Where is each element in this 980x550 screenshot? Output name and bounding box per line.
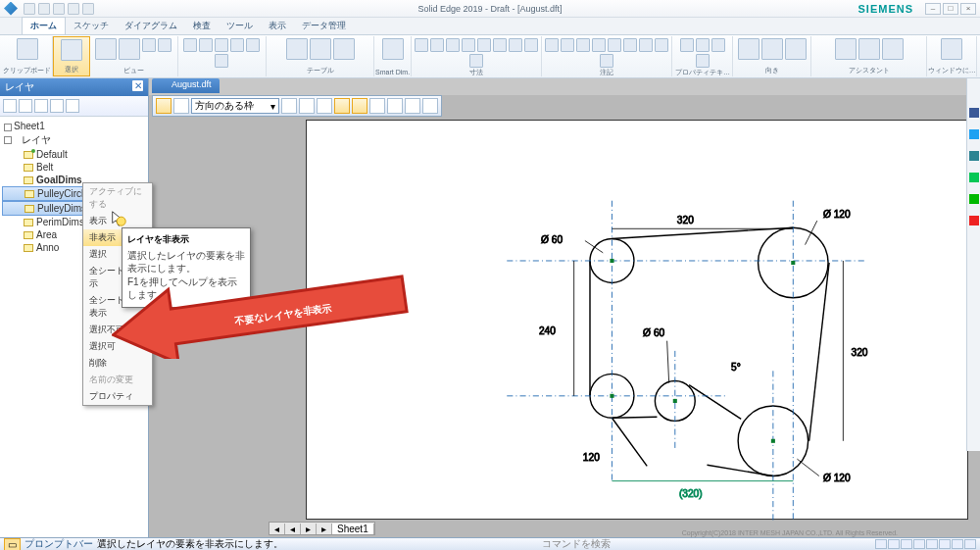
status-prompt-icon: ▭ [4, 538, 21, 551]
tooltip-title: レイヤを非表示 [127, 233, 245, 246]
svg-text:320: 320 [677, 215, 694, 225]
primary-icon[interactable] [142, 38, 156, 52]
parts-list-icon[interactable] [286, 38, 308, 60]
menu-properties[interactable]: プロパティ [83, 388, 152, 405]
svg-text:5°: 5° [731, 362, 741, 373]
qat-button[interactable] [53, 3, 65, 15]
mouse-cursor-icon [110, 210, 127, 227]
tab-diagram[interactable]: ダイアグラム [117, 18, 185, 34]
ribbon-group-clipboard: クリップボード [3, 36, 53, 76]
fit-icon[interactable] [785, 38, 807, 60]
select-tool-icon[interactable] [156, 98, 172, 114]
facebook-icon[interactable] [969, 108, 979, 118]
detail-icon[interactable] [158, 38, 172, 52]
cut-icon[interactable] [215, 54, 228, 68]
qat-button[interactable] [68, 3, 79, 15]
document-tab[interactable]: August.dft [152, 78, 220, 93]
layer-icon [24, 164, 33, 172]
tab-inspect[interactable]: 検査 [185, 18, 219, 34]
svg-text:120: 120 [583, 452, 600, 463]
qat-button[interactable] [24, 3, 35, 15]
layer-item: Default [2, 148, 146, 161]
quick-access-toolbar [24, 3, 94, 15]
svg-point-36 [117, 217, 125, 225]
bsec-icon[interactable] [230, 38, 244, 52]
panel-title-bar: レイヤ✕ [0, 78, 148, 96]
maximize-button[interactable]: □ [943, 3, 958, 15]
sheet-nav-prev[interactable]: ◂ [285, 524, 301, 534]
zoom-area-icon[interactable] [738, 38, 760, 60]
sheet-nav-first[interactable]: ◂ [270, 524, 285, 534]
command-toolbar: 方向のある枠▾ [152, 95, 442, 117]
layer-icon [24, 244, 33, 252]
sheet-nav-next[interactable]: ▸ [301, 524, 317, 534]
minimize-button[interactable]: – [925, 3, 941, 15]
tab-view[interactable]: 表示 [261, 18, 294, 34]
aux-icon[interactable] [183, 38, 197, 52]
tab-tools[interactable]: ツール [219, 18, 261, 34]
feed-icon[interactable] [969, 194, 979, 204]
sheet-tab[interactable]: Sheet1 [332, 524, 374, 534]
menu-activate[interactable]: アクティブにする [83, 183, 152, 213]
zoom-tool-icon[interactable] [761, 38, 783, 60]
sheet-nav-last[interactable]: ▸ [317, 524, 332, 534]
pocket-icon[interactable] [969, 216, 979, 225]
update-view-icon[interactable] [119, 38, 140, 60]
paste-icon[interactable] [17, 38, 38, 60]
status-text: 選択したレイヤの要素を非表示にします。 [97, 537, 283, 550]
ribbon-group-view: ビュー [90, 36, 178, 76]
share-icon[interactable] [969, 151, 979, 161]
svg-text:Ø 60: Ø 60 [643, 327, 664, 338]
broken-icon[interactable] [215, 38, 228, 52]
svg-line-11 [707, 465, 772, 475]
sheet-tabs: ◂ ◂ ▸ ▸ Sheet1 [269, 522, 375, 535]
dim-history-icon[interactable] [882, 38, 904, 60]
panel-close-button[interactable]: ✕ [132, 80, 143, 91]
bend-table-icon[interactable] [333, 38, 355, 60]
layer-icon [24, 219, 33, 226]
svg-line-7 [612, 417, 657, 418]
tab-sketch[interactable]: スケッチ [66, 18, 117, 34]
switch-window-icon[interactable] [941, 38, 962, 60]
dim-table-icon[interactable] [310, 38, 331, 60]
close-button[interactable]: × [960, 3, 976, 15]
tab-data[interactable]: データ管理 [294, 18, 354, 34]
right-social-panel [966, 78, 980, 451]
ribbon-group-assistant: アシスタント [811, 36, 927, 76]
qat-button[interactable] [82, 3, 94, 15]
ribbon-group-window: ウィンドウに… [927, 36, 977, 76]
panel-toolbar [0, 96, 148, 117]
smart-dim-icon[interactable] [382, 38, 404, 60]
svg-line-29 [667, 341, 669, 383]
ribbon-group-smartdim: Smart Dim. [374, 36, 412, 76]
svg-text:Ø 120: Ø 120 [823, 209, 851, 220]
qat-button[interactable] [38, 3, 50, 15]
tab-home[interactable]: ホーム [22, 17, 66, 34]
tree-sheet[interactable]: Sheet1 [2, 120, 146, 132]
line-icon[interactable] [969, 173, 979, 182]
svg-line-8 [689, 385, 741, 420]
tool-button[interactable] [173, 98, 189, 114]
section-icon[interactable] [199, 38, 213, 52]
svg-line-10 [612, 418, 647, 466]
view-wizard-icon[interactable] [95, 38, 117, 60]
tree-layers[interactable]: レイヤ [2, 132, 146, 148]
copyright-label: Copyright(C)2018 INTER MESH JAPAN CO.,LT… [682, 529, 898, 536]
svg-line-31 [797, 459, 818, 475]
view-history-icon[interactable] [858, 38, 880, 60]
layer-icon [24, 205, 34, 213]
selection-mode-dropdown[interactable]: 方向のある枠▾ [191, 98, 279, 114]
svg-text:240: 240 [539, 325, 556, 336]
select-icon[interactable] [61, 39, 82, 61]
layer-icon [24, 190, 34, 198]
svg-text:320: 320 [852, 347, 868, 358]
layer-icon [24, 231, 33, 239]
create-3d-icon[interactable] [835, 38, 857, 60]
ribbon-group-orient: 向き [733, 36, 811, 76]
bout-icon[interactable] [246, 38, 260, 52]
menu-rename[interactable]: 名前の変更 [83, 372, 152, 388]
document-tabs: August.dft [149, 78, 980, 95]
ribbon-group-select: 選択 [53, 36, 90, 76]
svg-line-27 [806, 221, 817, 245]
twitter-icon[interactable] [969, 129, 979, 139]
